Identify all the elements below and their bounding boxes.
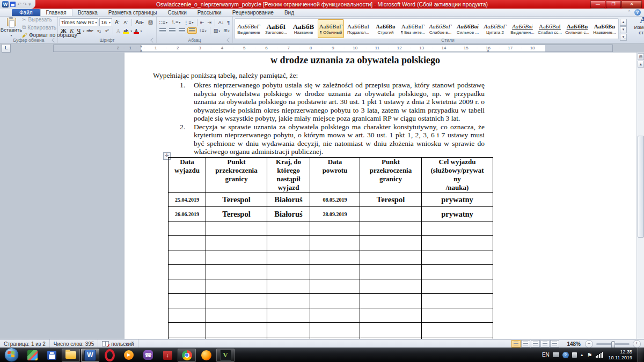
line-spacing-icon[interactable]: ↕≡▾ [198, 27, 208, 34]
table-cell-empty[interactable] [169, 236, 206, 250]
ruler-toggle-icon[interactable]: ▤ [638, 53, 644, 60]
undo-icon[interactable]: ↶ [17, 2, 21, 7]
style-chip-4[interactable]: АаБбВвІПодзагол... [345, 19, 371, 38]
table-cell-empty[interactable] [422, 236, 493, 250]
align-left-icon[interactable] [158, 28, 167, 33]
table-cell-empty[interactable] [206, 265, 267, 279]
align-center-icon[interactable] [168, 28, 177, 33]
table-cell-empty[interactable] [360, 265, 422, 279]
table-cell-empty[interactable] [206, 308, 267, 323]
tray-app-icon[interactable] [553, 352, 559, 357]
start-button[interactable] [4, 348, 19, 362]
zoom-in-icon[interactable]: + [633, 340, 641, 348]
increase-indent-icon[interactable]: ⇥ [207, 19, 213, 26]
table-cell-empty[interactable] [310, 265, 360, 279]
word-app-icon[interactable]: W [2, 1, 9, 8]
table-cell-empty[interactable] [267, 294, 310, 308]
table-cell-empty[interactable] [310, 250, 360, 265]
table-cell-empty[interactable] [422, 294, 493, 308]
outline-view-icon[interactable] [540, 340, 550, 348]
style-chip-1[interactable]: АаБбІЗаголово... [263, 19, 289, 38]
style-chip-9[interactable]: АаБбВвГЦитата 2 [482, 19, 508, 38]
table-cell-empty[interactable] [360, 279, 422, 294]
clock[interactable]: 12:35 10.11.2019 [606, 349, 632, 361]
table-cell-empty[interactable] [169, 265, 206, 279]
vertical-scrollbar[interactable]: ▤ ▲ [636, 53, 644, 339]
table-cell-empty[interactable] [360, 250, 422, 265]
table-cell-empty[interactable] [267, 221, 310, 236]
style-chip-3[interactable]: АаБбВвГ¶ Обычный [318, 19, 344, 38]
taskbar-item-media-player[interactable]: ▶ [120, 349, 138, 362]
table-cell-empty[interactable] [310, 236, 360, 250]
travel-table[interactable]: Data wyjazduPunkt przekroczenia granicyK… [168, 157, 493, 339]
scroll-up-icon[interactable]: ▲ [638, 61, 644, 68]
zoom-slider[interactable] [596, 343, 630, 345]
tab-Рецензирование[interactable]: Рецензирование [227, 9, 279, 16]
table-cell-empty[interactable] [310, 221, 360, 236]
table-cell-empty[interactable] [267, 323, 310, 337]
word-count[interactable]: Число слов: 395 [50, 339, 99, 348]
table-cell-empty[interactable] [310, 294, 360, 308]
borders-icon[interactable]: ⊞▾ [222, 27, 231, 34]
table-cell[interactable] [360, 207, 422, 221]
style-chip-6[interactable]: АаБбВвГ¶ Без инте... [400, 19, 426, 38]
table-cell[interactable]: 25.04.2019 [169, 193, 206, 207]
taskbar-item-word[interactable]: W [81, 349, 99, 362]
tab-file[interactable]: Файл [12, 9, 40, 16]
horizontal-ruler[interactable]: 21···1·2·3·4·5·6·7·8·9·10·11·12·13·14·15… [53, 45, 613, 52]
style-chip-2[interactable]: АаБбВНазвание [290, 19, 317, 38]
change-case-icon[interactable]: Аа▾ [134, 19, 145, 25]
table-cell[interactable]: Białoruś [267, 193, 310, 207]
table-cell[interactable]: prywatny [422, 207, 493, 221]
strikethrough-button[interactable]: abc [85, 28, 94, 33]
grow-font-icon[interactable]: Аˆ [113, 19, 121, 25]
shading-icon[interactable]: ▨▾ [213, 27, 222, 34]
gallery-down-icon[interactable]: ▼ [620, 26, 627, 33]
table-cell[interactable]: prywatny [422, 193, 493, 207]
tray-usb-icon[interactable] [572, 352, 577, 358]
table-cell[interactable]: 08.05.2019 [310, 193, 360, 207]
fullscreen-reading-view-icon[interactable] [521, 340, 530, 348]
style-chip-12[interactable]: АаБбВвСильная с... [564, 19, 590, 38]
table-cell-empty[interactable] [206, 250, 267, 265]
numbering-icon[interactable]: ⒈≡▾ [170, 18, 181, 26]
tab-selector-button[interactable]: L [2, 44, 11, 53]
show-desktop-button[interactable] [638, 348, 643, 362]
table-cell-empty[interactable] [267, 236, 310, 250]
table-cell-empty[interactable] [422, 221, 493, 236]
document-page[interactable]: w drodze uznania za obywatela polskiego … [125, 53, 636, 339]
taskbar-item-map-app[interactable] [23, 349, 41, 362]
font-color-button[interactable]: А [133, 28, 139, 34]
clear-formatting-icon[interactable]: 🅰 [147, 19, 155, 26]
table-cell-empty[interactable] [422, 250, 493, 265]
hidden-icons-chevron[interactable]: ▲ [580, 353, 584, 357]
hanging-indent-marker[interactable]: ▲ [140, 49, 143, 52]
gallery-up-icon[interactable]: ▲ [620, 19, 627, 26]
table-cell-empty[interactable] [169, 279, 206, 294]
tab-Разметка страницы[interactable]: Разметка страницы [103, 9, 163, 16]
taskbar-item-firefox[interactable] [197, 349, 215, 362]
table-cell-empty[interactable] [422, 265, 493, 279]
network-signal-icon[interactable] [596, 352, 603, 358]
table-cell-empty[interactable] [360, 323, 422, 337]
action-center-flag-icon[interactable]: ⚑ [587, 352, 592, 358]
table-cell-empty[interactable] [422, 323, 493, 337]
table-cell-empty[interactable] [169, 294, 206, 308]
table-cell[interactable]: 28.09.2019 [310, 207, 360, 221]
table-cell-empty[interactable] [206, 323, 267, 337]
table-cell[interactable]: Terespol [360, 193, 422, 207]
table-cell-empty[interactable] [169, 308, 206, 323]
table-cell-empty[interactable] [360, 236, 422, 250]
taskbar-item-gta-v[interactable]: V [216, 349, 235, 362]
table-cell-empty[interactable] [206, 279, 267, 294]
underline-button[interactable]: Ч [76, 27, 82, 34]
tab-Вид[interactable]: Вид [279, 9, 299, 16]
table-cell-empty[interactable] [169, 250, 206, 265]
align-right-icon[interactable] [178, 28, 186, 33]
table-cell-empty[interactable] [267, 265, 310, 279]
tab-Вставка[interactable]: Вставка [72, 9, 103, 16]
shrink-font-icon[interactable]: Аˇ [122, 20, 129, 25]
zoom-out-icon[interactable]: − [585, 340, 593, 348]
taskbar-item-chrome[interactable] [178, 349, 196, 362]
right-indent-marker[interactable]: ▲ [486, 49, 490, 52]
